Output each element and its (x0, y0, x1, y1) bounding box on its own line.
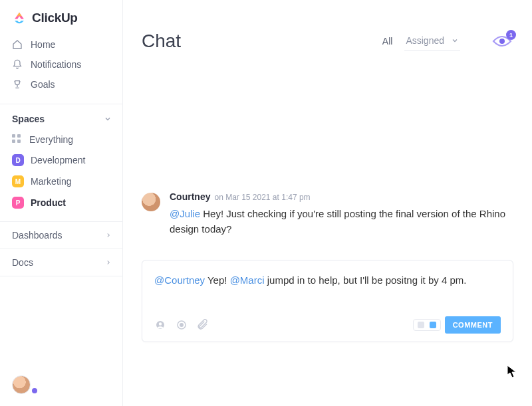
section-label: Docs (12, 257, 33, 268)
svg-point-0 (499, 39, 505, 44)
attachment-icon[interactable] (197, 319, 209, 331)
filter-assigned[interactable]: Assigned (404, 33, 460, 51)
composer-toolbar: COMMENT (154, 316, 501, 334)
composer-textarea[interactable]: @Courtney Yep! @Marci jumpd in to help, … (154, 272, 501, 304)
section-label: Dashboards (12, 230, 63, 241)
bell-icon (12, 59, 23, 70)
clickup-logo-icon (12, 11, 27, 25)
toggle-on-icon (430, 322, 436, 328)
meta-date: Mar 15 2021 at 1:47 pm (225, 193, 310, 202)
message-author: Courtney (170, 191, 210, 202)
nav-dashboards[interactable]: Dashboards (0, 221, 122, 249)
comment-button[interactable]: COMMENT (445, 316, 501, 334)
presence-indicator (32, 388, 37, 393)
sidebar: ClickUp Home Notifications Goals (0, 0, 123, 406)
chevron-right-icon (105, 232, 112, 239)
nav-notifications[interactable]: Notifications (5, 54, 117, 74)
space-development[interactable]: D Development (5, 150, 117, 171)
nav-list: Home Notifications Goals (0, 35, 122, 100)
divider (0, 104, 122, 104)
meta-prefix: on (214, 193, 223, 202)
cursor-icon (507, 365, 517, 378)
filter-all[interactable]: All (382, 36, 393, 47)
watcher-count-badge: 1 (506, 30, 516, 40)
brand-name: ClickUp (32, 11, 78, 25)
composer-text-part: Yep! (205, 274, 230, 286)
message-text-body: Hey! Just checking if you're still posti… (170, 208, 505, 235)
mention-icon[interactable] (154, 319, 166, 331)
space-label: Product (31, 197, 66, 208)
nav-home[interactable]: Home (5, 35, 117, 54)
main: Chat All Assigned 1 (123, 0, 532, 406)
svg-point-2 (159, 322, 162, 326)
filter-assigned-label: Assigned (406, 35, 444, 46)
space-marketing[interactable]: M Marketing (5, 171, 117, 192)
home-icon (12, 39, 23, 50)
svg-point-4 (180, 323, 184, 326)
space-list: Everything D Development M Marketing P P… (0, 126, 122, 221)
message-header: Courtney on Mar 15 2021 at 1:47 pm (170, 191, 513, 202)
sidebar-user[interactable] (0, 367, 122, 406)
page-title: Chat (142, 31, 181, 52)
trophy-icon (12, 79, 23, 90)
space-label: Everything (29, 134, 73, 145)
space-badge: P (12, 197, 24, 209)
filter-row: All Assigned 1 (382, 33, 512, 51)
nav-goals[interactable]: Goals (5, 74, 117, 94)
nav-label: Notifications (31, 59, 81, 70)
chevron-down-icon (451, 37, 459, 45)
nav-docs[interactable]: Docs (0, 249, 122, 276)
space-badge: M (12, 175, 24, 187)
space-badge: D (12, 154, 24, 166)
chat-message: Courtney on Mar 15 2021 at 1:47 pm @Juli… (142, 191, 513, 237)
nav-label: Home (31, 39, 55, 50)
chat-header: Chat All Assigned 1 (123, 0, 532, 52)
grid-icon (12, 134, 23, 145)
composer-text-part: jumpd in to help, but I'll be positng it… (265, 274, 467, 286)
nav-label: Goals (31, 79, 55, 90)
spaces-heading[interactable]: Spaces (0, 108, 122, 126)
watchers-button[interactable]: 1 (492, 34, 512, 49)
space-everything[interactable]: Everything (5, 130, 117, 150)
avatar[interactable] (142, 193, 160, 211)
chevron-right-icon (105, 259, 112, 266)
space-product[interactable]: P Product (5, 192, 117, 213)
message-body: Courtney on Mar 15 2021 at 1:47 pm @Juli… (170, 191, 513, 237)
message-meta: on Mar 15 2021 at 1:47 pm (214, 193, 310, 202)
message-text: @Julie Hey! Just checking if you're stil… (170, 206, 513, 237)
chat-area: Courtney on Mar 15 2021 at 1:47 pm @Juli… (123, 52, 532, 406)
comment-composer[interactable]: @Courtney Yep! @Marci jumpd in to help, … (142, 260, 513, 342)
mention[interactable]: @Marci (230, 274, 265, 286)
mention[interactable]: @Courtney (154, 274, 205, 286)
section-label: Spaces (12, 114, 45, 124)
chevron-down-icon (104, 115, 112, 123)
composer-toggle[interactable] (413, 319, 441, 331)
toggle-off-icon (418, 322, 424, 328)
avatar (12, 375, 31, 394)
record-icon[interactable] (176, 319, 188, 331)
space-label: Marketing (31, 176, 71, 187)
space-label: Development (31, 155, 86, 165)
mention[interactable]: @Julie (170, 208, 200, 219)
logo[interactable]: ClickUp (0, 0, 122, 35)
